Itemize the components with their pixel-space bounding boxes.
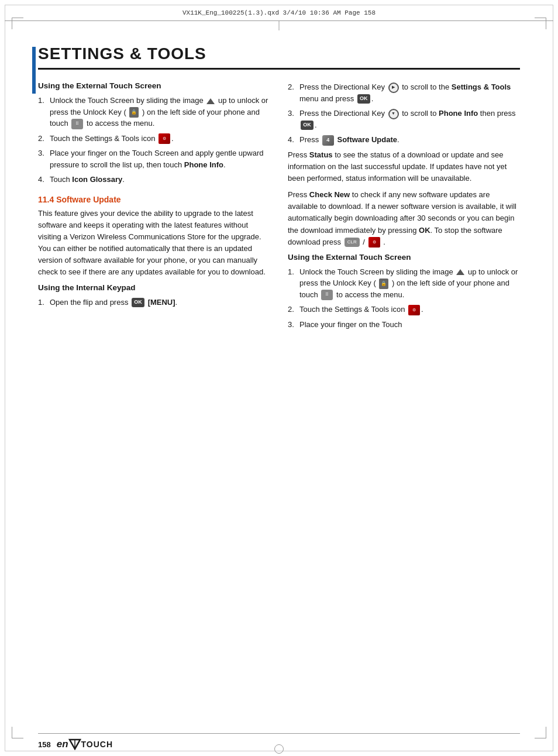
list-content-1: Unlock the Touch Screen by sliding the i… (50, 95, 270, 129)
right-list-content-2: Press the Directional Key to scroll to t… (299, 81, 520, 104)
right-external-item-2: 2. Touch the Settings & Tools icon ⚙. (288, 304, 520, 315)
left-list-item-4: 4. Touch Icon Glossary. (38, 174, 270, 185)
list-content-ik-1: Open the flip and press OK [MENU]. (50, 297, 270, 308)
ok-icon-1: OK (132, 298, 144, 307)
left-mark-top (12, 18, 23, 29)
software-update-bold: Software Update (337, 135, 397, 144)
right-list-content-3: Press the Directional Key to scroll to P… (299, 108, 520, 130)
content-area: SETTINGS & TOOLS Using the External Touc… (38, 21, 520, 721)
right-column: 2. Press the Directional Key to scroll t… (288, 81, 520, 721)
internal-keypad-heading: Using the Internal Keypad (38, 283, 270, 292)
list-num-ik-1: 1. (38, 297, 50, 308)
left-column: Using the External Touch Screen 1. Unloc… (38, 81, 270, 721)
clr-icon: CLR (345, 238, 360, 247)
list-content-3: Place your finger on the Touch Screen an… (50, 147, 270, 170)
brand-logo: en TOUCH (57, 738, 113, 750)
right-ext-content-1: Unlock the Touch Screen by sliding the i… (299, 266, 520, 301)
left-list-item-3: 3. Place your finger on the Touch Screen… (38, 147, 270, 170)
right-mark-top (535, 18, 546, 29)
page-number: 158 (38, 740, 51, 749)
right-list-item-4: 4. Press 4 Software Update. (288, 134, 520, 146)
software-update-body: This feature gives your device the abili… (38, 208, 270, 279)
directional-key-right-icon (388, 83, 399, 93)
icon-glossary-bold: Icon Glossary (72, 175, 122, 184)
page-title: SETTINGS & TOOLS (38, 44, 520, 70)
right-ext-num-1: 1. (288, 266, 299, 301)
right-list-num-3: 3. (288, 108, 299, 130)
brand-en: en (57, 738, 68, 750)
status-paragraph: Press Status to see the status of a down… (288, 149, 520, 184)
left-section1-heading: Using the External Touch Screen (38, 81, 270, 90)
right-mark-bottom (535, 727, 546, 738)
4-key-icon: 4 (322, 135, 334, 146)
two-column-layout: Using the External Touch Screen 1. Unloc… (38, 81, 520, 721)
header-text: VX11K_Eng_100225(1.3).qxd 3/4/10 10:36 A… (16, 9, 542, 16)
header-bar: VX11K_Eng_100225(1.3).qxd 3/4/10 10:36 A… (5, 5, 553, 21)
check-new-paragraph: Press Check New to check if any new soft… (288, 189, 520, 248)
right-ext-content-2: Touch the Settings & Tools icon ⚙. (299, 304, 520, 315)
right-list-num-2: 2. (288, 81, 299, 104)
software-update-heading: 11.4 Software Update (38, 195, 270, 204)
list-num-3: 3. (38, 147, 50, 170)
right-list-item-2: 2. Press the Directional Key to scroll t… (288, 81, 520, 104)
lock-icon: 🔒 (129, 107, 139, 118)
phone-info-bold-2: Phone Info (439, 109, 478, 118)
ok-icon-3: OK (301, 121, 314, 130)
internal-keypad-item-1: 1. Open the flip and press OK [MENU]. (38, 297, 270, 308)
left-list-item-1: 1. Unlock the Touch Screen by sliding th… (38, 95, 270, 129)
list-num-2: 2. (38, 133, 50, 145)
grid-icon-2: ⠿ (321, 290, 333, 300)
ok-icon-2: OK (357, 94, 370, 104)
right-ext-num-2: 2. (288, 304, 299, 315)
blue-sidebar-accent (32, 47, 36, 94)
right-list-num-4: 4. (288, 134, 299, 146)
right-external-item-3: 3. Place your finger on the Touch (288, 319, 520, 331)
settings-tools-bold-1: Settings & Tools (452, 83, 511, 91)
settings-icon-stop: ⚙ (368, 237, 380, 248)
phone-info-bold: Phone Info (184, 160, 223, 169)
list-num-1: 1. (38, 95, 50, 129)
menu-bold: [MENU] (148, 298, 175, 307)
right-list-item-3: 3. Press the Directional Key to scroll t… (288, 108, 520, 130)
ok-bold: OK (419, 226, 430, 235)
up-arrow-icon (206, 98, 215, 104)
center-mark-bottom (274, 744, 284, 754)
right-external-item-1: 1. Unlock the Touch Screen by sliding th… (288, 266, 520, 301)
lock-icon-2: 🔒 (379, 279, 388, 289)
right-external-touch-heading: Using the External Touch Screen (288, 253, 520, 262)
right-list-content-4: Press 4 Software Update. (299, 134, 520, 146)
settings-tools-icon-1: ⚙ (159, 133, 170, 144)
brand-v-icon (68, 738, 81, 750)
check-new-bold: Check New (309, 190, 350, 199)
left-mark-bottom (12, 727, 23, 738)
list-content-4: Touch Icon Glossary. (50, 174, 270, 185)
brand-touch: TOUCH (81, 740, 113, 749)
settings-tools-icon-2: ⚙ (408, 305, 420, 315)
directional-key-down-icon (388, 109, 399, 119)
status-bold: Status (309, 150, 333, 159)
left-list-item-2: 2. Touch the Settings & Tools icon ⚙. (38, 133, 270, 145)
right-ext-num-3: 3. (288, 319, 299, 331)
up-arrow-icon-2 (456, 269, 464, 275)
list-num-4: 4. (38, 174, 50, 185)
list-content-2: Touch the Settings & Tools icon ⚙. (50, 133, 270, 145)
right-ext-content-3: Place your finger on the Touch (299, 319, 520, 331)
grid-icon: ⠿ (71, 119, 83, 129)
